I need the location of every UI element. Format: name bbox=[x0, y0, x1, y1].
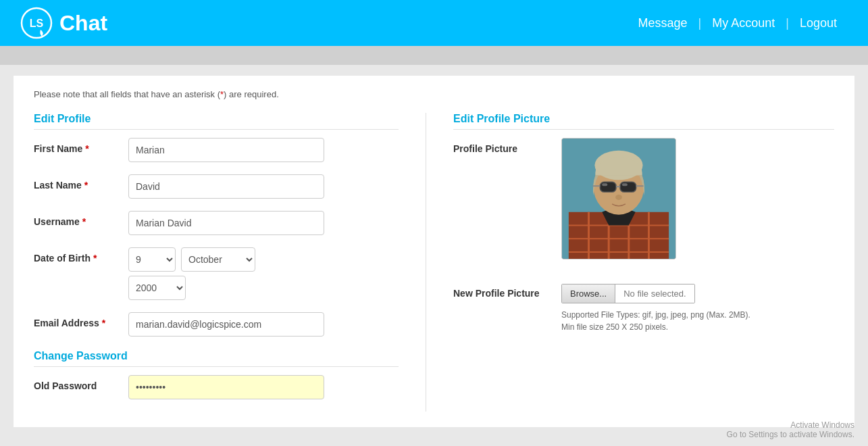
profile-pic-image-wrapper bbox=[561, 138, 676, 259]
edit-profile-picture-title: Edit Profile Picture bbox=[453, 113, 834, 130]
windows-notice-line1: Activate Windows bbox=[727, 420, 854, 430]
right-section: Edit Profile Picture Profile Picture bbox=[426, 113, 834, 412]
last-name-input[interactable] bbox=[128, 174, 324, 199]
dob-label: Date of Birth* bbox=[34, 247, 128, 264]
email-required: * bbox=[102, 318, 105, 328]
first-name-input[interactable] bbox=[128, 138, 324, 162]
app-title: Chat bbox=[59, 11, 107, 36]
file-input-wrapper: Browse... No file selected. bbox=[561, 284, 695, 303]
dob-container: 12345 678910 1112131415 1617181920 21222… bbox=[128, 247, 255, 300]
sub-header-bar bbox=[0, 46, 868, 65]
dob-row-1: 12345 678910 1112131415 1617181920 21222… bbox=[128, 247, 255, 272]
dob-required: * bbox=[93, 253, 97, 264]
svg-rect-16 bbox=[620, 182, 636, 192]
username-required: * bbox=[82, 216, 86, 227]
email-group: Email Address* bbox=[34, 312, 399, 337]
last-name-label: Last Name* bbox=[34, 174, 128, 191]
left-section: Edit Profile First Name* Last Name* User… bbox=[34, 113, 426, 412]
file-info-text: Supported File Types: gif, jpg, jpeg, pn… bbox=[561, 309, 750, 333]
dob-row-2: 1990199119921993 1994199519961997 199819… bbox=[128, 276, 255, 300]
main-nav: Message | My Account | Logout bbox=[627, 16, 848, 30]
dob-year-select[interactable]: 1990199119921993 1994199519961997 199819… bbox=[128, 276, 186, 300]
dob-day-select[interactable]: 12345 678910 1112131415 1617181920 21222… bbox=[128, 247, 176, 272]
change-password-title: Change Password bbox=[34, 350, 399, 367]
logo-area: LS Chat bbox=[20, 7, 107, 39]
email-input[interactable] bbox=[128, 312, 324, 337]
file-input-area: Browse... No file selected. bbox=[561, 284, 695, 303]
last-name-required: * bbox=[84, 180, 88, 191]
logo-icon: LS bbox=[20, 7, 53, 39]
windows-notice: Activate Windows Go to Settings to activ… bbox=[727, 420, 854, 438]
profile-pic-area: Profile Picture bbox=[453, 138, 834, 273]
nav-my-account[interactable]: My Account bbox=[701, 16, 786, 30]
svg-rect-22 bbox=[622, 183, 628, 186]
edit-profile-title: Edit Profile bbox=[34, 113, 399, 130]
file-name-display: No file selected. bbox=[615, 284, 694, 303]
nav-logout[interactable]: Logout bbox=[789, 16, 848, 30]
old-password-input[interactable] bbox=[128, 375, 324, 399]
old-password-label: Old Password bbox=[34, 375, 128, 391]
new-profile-pic-label: New Profile Picture bbox=[453, 284, 561, 299]
svg-rect-21 bbox=[602, 183, 607, 186]
content-grid: Edit Profile First Name* Last Name* User… bbox=[34, 113, 834, 412]
change-password-section: Change Password Old Password bbox=[34, 350, 399, 399]
svg-point-20 bbox=[615, 195, 622, 200]
username-group: Username* bbox=[34, 211, 399, 235]
last-name-group: Last Name* bbox=[34, 174, 399, 199]
required-notice: Please note that all fields that have an… bbox=[34, 89, 834, 99]
profile-pic-image bbox=[562, 139, 675, 259]
nav-message[interactable]: Message bbox=[627, 16, 698, 30]
first-name-group: First Name* bbox=[34, 138, 399, 162]
svg-text:LS: LS bbox=[30, 18, 44, 29]
main-container: Please note that all fields that have an… bbox=[14, 76, 854, 427]
old-password-group: Old Password bbox=[34, 375, 399, 399]
dob-group: Date of Birth* 12345 678910 1112131415 1… bbox=[34, 247, 399, 300]
first-name-label: First Name* bbox=[34, 138, 128, 154]
windows-notice-line2: Go to Settings to activate Windows. bbox=[727, 430, 854, 438]
email-label: Email Address* bbox=[34, 312, 128, 328]
browse-button[interactable]: Browse... bbox=[562, 284, 615, 303]
dob-month-select[interactable]: JanuaryFebruaryMarchApril MayJuneJulyAug… bbox=[181, 247, 255, 272]
svg-rect-15 bbox=[600, 182, 616, 192]
username-label: Username* bbox=[34, 211, 128, 227]
asterisk-notice: * bbox=[220, 89, 224, 99]
new-profile-pic-row: New Profile Picture Browse... No file se… bbox=[453, 284, 834, 303]
first-name-required: * bbox=[85, 143, 88, 154]
username-input[interactable] bbox=[128, 211, 324, 235]
profile-pic-label: Profile Picture bbox=[453, 138, 561, 273]
header: LS Chat Message | My Account | Logout bbox=[0, 0, 868, 46]
